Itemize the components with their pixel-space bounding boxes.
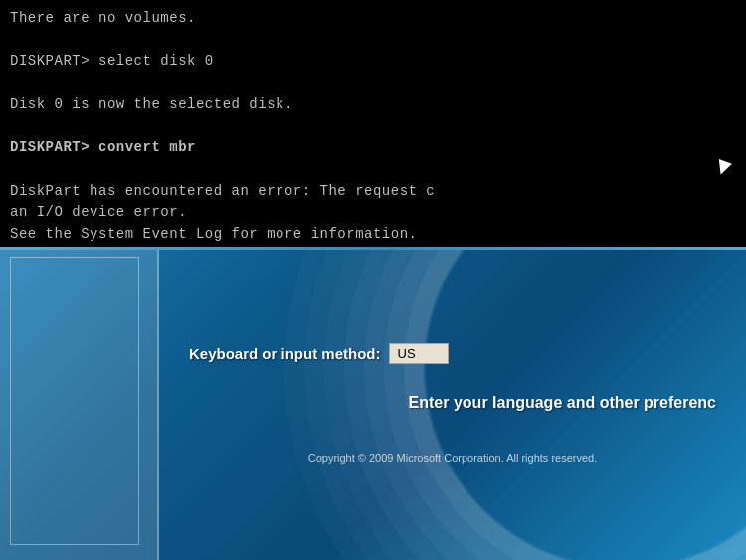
- terminal-line-3: DISKPART> select disk 0: [10, 51, 736, 73]
- copyright-text: Copyright © 2009 Microsoft Corporation. …: [189, 452, 716, 464]
- screen: There are no volumes. DISKPART> select d…: [0, 0, 746, 560]
- terminal-line-7: DISKPART> convert mbr: [10, 137, 736, 159]
- keyboard-row: Keyboard or input method: US: [189, 343, 716, 364]
- terminal-line-1: There are no volumes.: [10, 8, 736, 30]
- setup-dialog: Keyboard or input method: US Enter your …: [0, 247, 746, 560]
- terminal-line-2: [10, 30, 736, 52]
- terminal-line-8: [10, 159, 736, 181]
- terminal-line-5: Disk 0 is now the selected disk.: [10, 94, 736, 116]
- setup-left-panel: [0, 247, 159, 560]
- section-divider: [0, 247, 746, 250]
- keyboard-value: US: [389, 343, 449, 364]
- terminal-window: There are no volumes. DISKPART> select d…: [0, 0, 746, 259]
- terminal-line-9: DiskPart has encountered an error: The r…: [10, 181, 736, 203]
- language-prompt: Enter your language and other preferenc: [189, 394, 716, 412]
- terminal-line-6: [10, 115, 736, 137]
- setup-left-panel-border: [10, 257, 139, 545]
- terminal-line-10: an I/O device error.: [10, 202, 736, 224]
- keyboard-label: Keyboard or input method:: [189, 345, 381, 362]
- terminal-line-11: See the System Event Log for more inform…: [10, 224, 736, 246]
- terminal-line-4: [10, 73, 736, 94]
- setup-content: Keyboard or input method: US Enter your …: [169, 247, 746, 560]
